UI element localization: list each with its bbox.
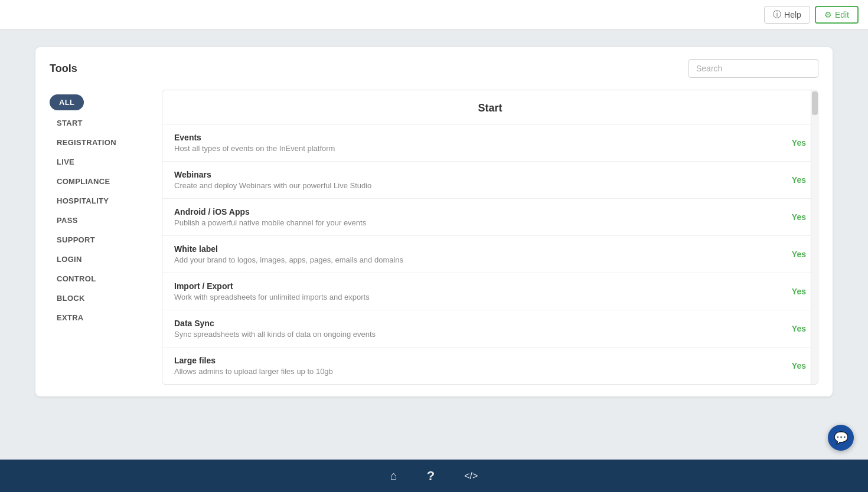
edit-label: Edit bbox=[835, 10, 849, 19]
tool-info: Android / iOS Apps Publish a powerful na… bbox=[174, 207, 780, 227]
tool-info: Webinars Create and deploy Webinars with… bbox=[174, 170, 780, 190]
edit-button[interactable]: ⚙ Edit bbox=[815, 6, 859, 24]
sidebar-item-live[interactable]: LIVE bbox=[50, 153, 162, 171]
table-row: Data Sync Sync spreadsheets with all kin… bbox=[162, 310, 818, 347]
section-title: Start bbox=[162, 90, 818, 124]
content-area: Start Events Host all types of events on… bbox=[162, 90, 818, 385]
table-row: White label Add your brand to logos, ima… bbox=[162, 236, 818, 273]
tool-name: White label bbox=[174, 244, 780, 254]
tools-title: Tools bbox=[50, 63, 77, 75]
home-icon[interactable]: ⌂ bbox=[390, 469, 397, 483]
tool-info: Events Host all types of events on the I… bbox=[174, 133, 780, 153]
code-icon[interactable]: </> bbox=[464, 471, 478, 481]
tool-desc: Create and deploy Webinars with our powe… bbox=[174, 181, 780, 190]
tool-desc: Sync spreadsheets with all kinds of data… bbox=[174, 330, 780, 339]
tool-status: Yes bbox=[792, 287, 806, 296]
table-row: Webinars Create and deploy Webinars with… bbox=[162, 162, 818, 199]
bottom-bar: ⌂ ? </> bbox=[0, 460, 868, 492]
sidebar-item-control[interactable]: CONTROL bbox=[50, 270, 162, 288]
tool-info: Import / Export Work with spreadsheets f… bbox=[174, 281, 780, 301]
tool-name: Webinars bbox=[174, 170, 780, 179]
table-row: Import / Export Work with spreadsheets f… bbox=[162, 273, 818, 310]
tool-rows: Events Host all types of events on the I… bbox=[162, 124, 818, 384]
chat-icon: 💬 bbox=[834, 431, 849, 445]
tool-status: Yes bbox=[792, 175, 806, 185]
tool-desc: Add your brand to logos, images, apps, p… bbox=[174, 255, 780, 264]
table-row: Events Host all types of events on the I… bbox=[162, 124, 818, 162]
sidebar-item-hospitality[interactable]: HOSPITALITY bbox=[50, 192, 162, 210]
tool-status: Yes bbox=[792, 361, 806, 370]
sidebar-item-login[interactable]: LOGIN bbox=[50, 250, 162, 268]
tool-info: White label Add your brand to logos, ima… bbox=[174, 244, 780, 264]
tool-status: Yes bbox=[792, 250, 806, 259]
tool-name: Import / Export bbox=[174, 281, 780, 291]
tool-desc: Publish a powerful native mobile channel… bbox=[174, 218, 780, 227]
table-row: Android / iOS Apps Publish a powerful na… bbox=[162, 199, 818, 236]
table-row: Large files Allows admins to upload larg… bbox=[162, 347, 818, 384]
sidebar-item-registration[interactable]: REGISTRATION bbox=[50, 133, 162, 152]
chat-bubble-button[interactable]: 💬 bbox=[828, 425, 854, 451]
scrollbar-thumb bbox=[812, 91, 818, 115]
tool-info: Data Sync Sync spreadsheets with all kin… bbox=[174, 319, 780, 339]
tool-desc: Work with spreadsheets for unlimited imp… bbox=[174, 293, 780, 301]
top-bar: ⓘ Help ⚙ Edit bbox=[0, 0, 868, 29]
tools-container: Tools ALL START REGISTRATION LIVE COMPLI… bbox=[35, 47, 833, 396]
sidebar-item-extra[interactable]: EXTRA bbox=[50, 309, 162, 327]
tool-name: Events bbox=[174, 133, 780, 142]
tool-name: Android / iOS Apps bbox=[174, 207, 780, 217]
help-label: Help bbox=[784, 10, 801, 19]
main-content: Tools ALL START REGISTRATION LIVE COMPLI… bbox=[0, 29, 868, 460]
help-icon: ⓘ bbox=[773, 9, 781, 20]
search-input[interactable] bbox=[688, 59, 818, 78]
tool-status: Yes bbox=[792, 212, 806, 222]
tools-header: Tools bbox=[50, 59, 818, 78]
tool-name: Large files bbox=[174, 356, 780, 365]
sidebar-item-all[interactable]: ALL bbox=[50, 94, 84, 110]
sidebar-item-compliance[interactable]: COMPLIANCE bbox=[50, 172, 162, 191]
sidebar-item-block[interactable]: BLOCK bbox=[50, 289, 162, 307]
sidebar-item-start[interactable]: START bbox=[50, 114, 162, 132]
tool-status: Yes bbox=[792, 324, 806, 333]
sidebar-item-support[interactable]: SUPPORT bbox=[50, 231, 162, 249]
tool-status: Yes bbox=[792, 138, 806, 147]
tool-info: Large files Allows admins to upload larg… bbox=[174, 356, 780, 376]
question-icon[interactable]: ? bbox=[427, 468, 435, 484]
tool-name: Data Sync bbox=[174, 319, 780, 328]
tools-body: ALL START REGISTRATION LIVE COMPLIANCE H… bbox=[50, 90, 818, 385]
gear-icon: ⚙ bbox=[824, 10, 832, 19]
tool-desc: Host all types of events on the InEvent … bbox=[174, 144, 780, 153]
help-button[interactable]: ⓘ Help bbox=[764, 6, 810, 24]
scrollbar-track[interactable] bbox=[811, 90, 818, 384]
sidebar-item-pass[interactable]: PASS bbox=[50, 211, 162, 229]
sidebar-nav: ALL START REGISTRATION LIVE COMPLIANCE H… bbox=[50, 90, 162, 385]
tool-desc: Allows admins to upload larger files up … bbox=[174, 367, 780, 376]
